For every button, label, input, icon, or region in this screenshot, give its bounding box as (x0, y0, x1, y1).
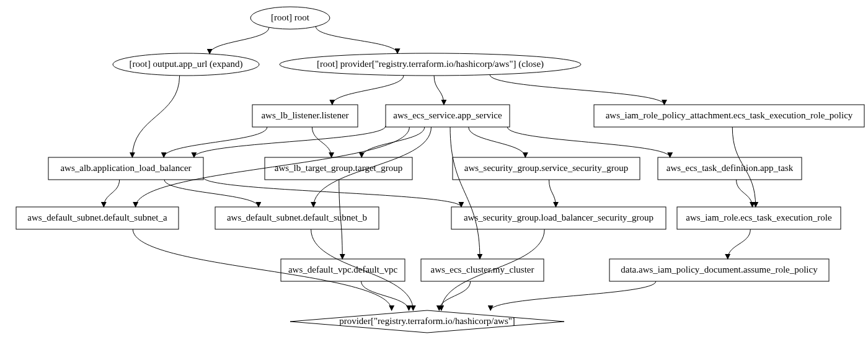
edge-aws-ecs-task-definition-app-task-to-aws-iam-role-ecs-task-execution-role (737, 180, 753, 207)
node-provider: provider["registry.terraform.io/hashicor… (290, 310, 564, 333)
node-label: aws_default_vpc.default_vpc (288, 265, 398, 274)
node-label: aws_alb.application_load_balancer (60, 163, 191, 173)
node-aws-default-subnet-default-subnet-b: aws_default_subnet.default_subnet_b (215, 207, 379, 229)
node-aws-lb-listener-listener: aws_lb_listener.listener (252, 105, 358, 127)
edge-root-to-output-app-url-expand (210, 27, 269, 54)
edge-output-app-url-expand-to-aws-alb-application-load-balancer (132, 76, 179, 157)
node-aws-iam-role-policy-attachment-ecs-task-execution-role-polic: aws_iam_role_policy_attachment.ecs_task_… (594, 105, 864, 127)
edge-aws-ecs-service-app-service-to-aws-ecs-cluster-my-cluster (450, 127, 480, 259)
node-provider-close: [root] provider["registry.terraform.io/h… (280, 53, 581, 76)
node-aws-security-group-load-balancer-security-group: aws_security_group.load_balancer_securit… (451, 207, 666, 229)
edge-aws-alb-application-load-balancer-to-aws-default-subnet-default-subnet-b (164, 180, 259, 207)
node-label: aws_ecs_service.app_service (393, 110, 502, 120)
node-label: aws_security_group.service_security_grou… (464, 163, 629, 173)
node-root: [root] root (250, 7, 330, 29)
node-aws-iam-role-ecs-task-execution-role: aws_iam_role.ecs_task_execution_role (677, 207, 841, 229)
node-label: [root] provider["registry.terraform.io/h… (317, 59, 544, 69)
node-label: aws_default_subnet.default_subnet_a (27, 213, 167, 222)
terraform-dependency-graph: [root] root[root] output.app_url (expand… (0, 0, 868, 342)
node-data-aws-iam-policy-document-assume-role-policy: data.aws_iam_policy_document.assume_role… (609, 259, 829, 281)
edge-aws-ecs-service-app-service-to-aws-ecs-task-definition-app-task (507, 127, 670, 157)
node-aws-security-group-service-security-group: aws_security_group.service_security_grou… (453, 157, 640, 180)
node-aws-default-vpc-default-vpc: aws_default_vpc.default_vpc (281, 259, 405, 281)
node-label: provider["registry.terraform.io/hashicor… (339, 316, 515, 326)
node-label: aws_iam_role_policy_attachment.ecs_task_… (606, 110, 853, 120)
edge-data-aws-iam-policy-document-assume-role-policy-to-provider (490, 281, 656, 310)
node-label: aws_ecs_cluster.my_cluster (430, 265, 534, 274)
edge-provider-close-to-aws-lb-listener-listener (332, 76, 404, 105)
node-label: aws_lb_target_group.target_group (275, 163, 402, 173)
node-label: aws_ecs_task_definition.app_task (666, 163, 794, 173)
edge-aws-security-group-service-security-group-to-aws-security-group-load-balancer-security-group (549, 180, 556, 207)
edge-aws-lb-listener-listener-to-aws-lb-target-group-target-group (312, 127, 331, 157)
node-label: data.aws_iam_policy_document.assume_role… (621, 265, 818, 274)
node-aws-ecs-task-definition-app-task: aws_ecs_task_definition.app_task (658, 157, 802, 180)
edge-aws-iam-role-ecs-task-execution-role-to-data-aws-iam-policy-document-assume-role-policy (728, 229, 751, 259)
edge-aws-default-vpc-default-vpc-to-provider (361, 281, 409, 310)
node-aws-ecs-cluster-my-cluster: aws_ecs_cluster.my_cluster (421, 259, 544, 281)
edge-provider-close-to-aws-ecs-service-app-service (434, 76, 444, 105)
edge-aws-alb-application-load-balancer-to-aws-default-subnet-default-subnet-a (104, 180, 119, 207)
node-label: [root] root (271, 12, 310, 22)
node-label: aws_iam_role.ecs_task_execution_role (686, 213, 832, 222)
edge-provider-close-to-aws-iam-role-policy-attachment-ecs-task-execution-role-polic (490, 75, 664, 105)
edge-aws-ecs-service-app-service-to-aws-security-group-service-security-group (469, 127, 526, 157)
node-label: aws_default_subnet.default_subnet_b (227, 213, 367, 222)
node-label: aws_lb_listener.listener (261, 110, 348, 120)
node-aws-default-subnet-default-subnet-a: aws_default_subnet.default_subnet_a (16, 207, 179, 229)
node-label: aws_security_group.load_balancer_securit… (464, 213, 653, 222)
node-aws-alb-application-load-balancer: aws_alb.application_load_balancer (48, 157, 203, 180)
node-label: [root] output.app_url (expand) (130, 59, 243, 69)
edge-aws-alb-application-load-balancer-to-aws-security-group-load-balancer-security-group (203, 177, 461, 207)
node-aws-ecs-service-app-service: aws_ecs_service.app_service (386, 105, 510, 127)
edge-root-to-provider-close (316, 27, 397, 54)
edge-aws-lb-listener-listener-to-aws-alb-application-load-balancer (164, 127, 267, 157)
node-output-app-url-expand: [root] output.app_url (expand) (113, 53, 259, 76)
edge-aws-ecs-cluster-my-cluster-to-provider (439, 281, 470, 310)
